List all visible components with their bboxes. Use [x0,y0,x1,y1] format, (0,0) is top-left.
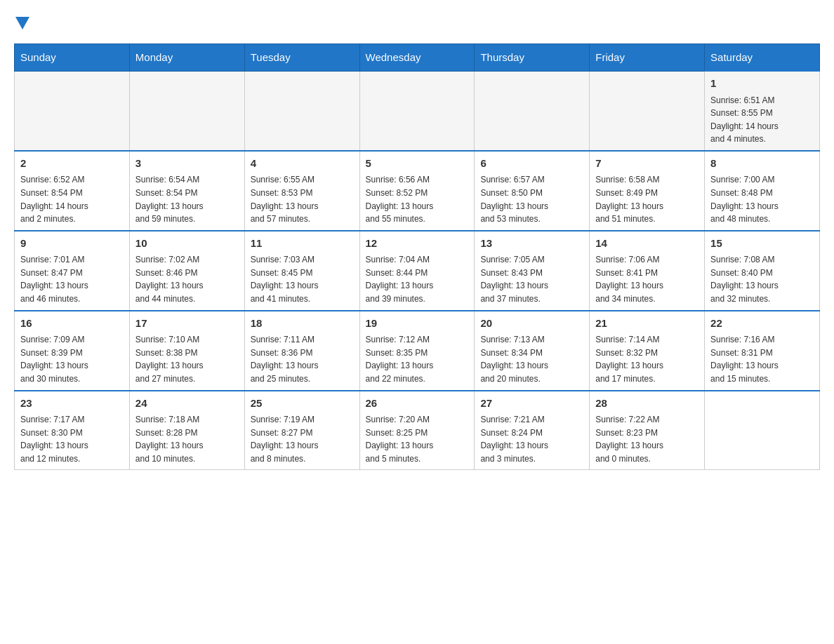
calendar-cell: 25Sunrise: 7:19 AM Sunset: 8:27 PM Dayli… [244,391,359,470]
day-number: 7 [595,156,699,172]
weekday-header-monday: Monday [129,44,244,72]
day-number: 2 [20,156,124,172]
day-info: Sunrise: 7:10 AM Sunset: 8:38 PM Dayligh… [135,333,239,385]
calendar-cell: 18Sunrise: 7:11 AM Sunset: 8:36 PM Dayli… [244,311,359,391]
day-info: Sunrise: 7:21 AM Sunset: 8:24 PM Dayligh… [480,413,583,465]
day-number: 8 [710,156,814,172]
day-info: Sunrise: 7:03 AM Sunset: 8:45 PM Dayligh… [251,253,354,305]
day-info: Sunrise: 7:02 AM Sunset: 8:46 PM Dayligh… [135,253,239,305]
calendar-cell: 8Sunrise: 7:00 AM Sunset: 8:48 PM Daylig… [705,151,820,231]
day-number: 1 [710,76,814,92]
weekday-header-sunday: Sunday [15,44,130,72]
day-info: Sunrise: 7:20 AM Sunset: 8:25 PM Dayligh… [366,413,469,465]
calendar-cell: 3Sunrise: 6:54 AM Sunset: 8:54 PM Daylig… [129,151,244,231]
logo [14,14,29,29]
day-number: 5 [366,156,469,172]
calendar-cell: 4Sunrise: 6:55 AM Sunset: 8:53 PM Daylig… [244,151,359,231]
day-number: 9 [20,236,124,252]
day-info: Sunrise: 7:22 AM Sunset: 8:23 PM Dayligh… [595,413,699,465]
day-number: 16 [20,316,124,332]
calendar-cell: 9Sunrise: 7:01 AM Sunset: 8:47 PM Daylig… [15,231,130,311]
calendar-cell: 17Sunrise: 7:10 AM Sunset: 8:38 PM Dayli… [129,311,244,391]
calendar-cell [359,71,475,151]
calendar-cell: 2Sunrise: 6:52 AM Sunset: 8:54 PM Daylig… [15,151,130,231]
day-info: Sunrise: 6:55 AM Sunset: 8:53 PM Dayligh… [251,173,354,225]
day-number: 4 [251,156,354,172]
calendar-cell [15,71,130,151]
day-number: 6 [480,156,583,172]
day-number: 28 [595,396,699,412]
calendar-cell: 13Sunrise: 7:05 AM Sunset: 8:43 PM Dayli… [475,231,590,311]
calendar-cell: 11Sunrise: 7:03 AM Sunset: 8:45 PM Dayli… [244,231,359,311]
weekday-header-tuesday: Tuesday [244,44,359,72]
calendar-cell: 23Sunrise: 7:17 AM Sunset: 8:30 PM Dayli… [15,391,130,470]
calendar-cell: 19Sunrise: 7:12 AM Sunset: 8:35 PM Dayli… [359,311,475,391]
day-info: Sunrise: 7:11 AM Sunset: 8:36 PM Dayligh… [251,333,354,385]
calendar-cell [590,71,705,151]
day-number: 18 [251,316,354,332]
day-info: Sunrise: 7:06 AM Sunset: 8:41 PM Dayligh… [595,253,699,305]
day-info: Sunrise: 7:05 AM Sunset: 8:43 PM Dayligh… [480,253,583,305]
day-info: Sunrise: 6:57 AM Sunset: 8:50 PM Dayligh… [480,173,583,225]
calendar-cell: 7Sunrise: 6:58 AM Sunset: 8:49 PM Daylig… [590,151,705,231]
day-number: 3 [135,156,239,172]
day-number: 12 [366,236,469,252]
day-number: 11 [251,236,354,252]
calendar-week-3: 16Sunrise: 7:09 AM Sunset: 8:39 PM Dayli… [15,311,820,391]
calendar-cell [475,71,590,151]
calendar-cell: 6Sunrise: 6:57 AM Sunset: 8:50 PM Daylig… [475,151,590,231]
calendar-cell: 15Sunrise: 7:08 AM Sunset: 8:40 PM Dayli… [705,231,820,311]
weekday-header-saturday: Saturday [705,44,820,72]
weekday-header-wednesday: Wednesday [359,44,475,72]
calendar-week-1: 2Sunrise: 6:52 AM Sunset: 8:54 PM Daylig… [15,151,820,231]
day-info: Sunrise: 7:08 AM Sunset: 8:40 PM Dayligh… [710,253,814,305]
calendar-cell: 26Sunrise: 7:20 AM Sunset: 8:25 PM Dayli… [359,391,475,470]
calendar-cell: 10Sunrise: 7:02 AM Sunset: 8:46 PM Dayli… [129,231,244,311]
day-number: 19 [366,316,469,332]
day-number: 24 [135,396,239,412]
calendar-cell: 16Sunrise: 7:09 AM Sunset: 8:39 PM Dayli… [15,311,130,391]
calendar-cell: 24Sunrise: 7:18 AM Sunset: 8:28 PM Dayli… [129,391,244,470]
page-header [14,14,820,29]
calendar-cell: 1Sunrise: 6:51 AM Sunset: 8:55 PM Daylig… [705,71,820,151]
calendar-cell [244,71,359,151]
weekday-row: SundayMondayTuesdayWednesdayThursdayFrid… [15,44,820,72]
day-info: Sunrise: 6:58 AM Sunset: 8:49 PM Dayligh… [595,173,699,225]
calendar-body: 1Sunrise: 6:51 AM Sunset: 8:55 PM Daylig… [15,71,820,470]
logo-group [14,14,29,29]
day-number: 26 [366,396,469,412]
calendar-week-0: 1Sunrise: 6:51 AM Sunset: 8:55 PM Daylig… [15,71,820,151]
calendar-cell: 21Sunrise: 7:14 AM Sunset: 8:32 PM Dayli… [590,311,705,391]
logo-line1 [14,14,29,29]
day-number: 22 [710,316,814,332]
day-info: Sunrise: 6:51 AM Sunset: 8:55 PM Dayligh… [710,94,814,146]
logo-triangle-icon [15,17,29,29]
day-info: Sunrise: 7:17 AM Sunset: 8:30 PM Dayligh… [20,413,124,465]
day-number: 23 [20,396,124,412]
weekday-header-thursday: Thursday [475,44,590,72]
day-info: Sunrise: 7:04 AM Sunset: 8:44 PM Dayligh… [366,253,469,305]
day-info: Sunrise: 7:01 AM Sunset: 8:47 PM Dayligh… [20,253,124,305]
calendar-cell [129,71,244,151]
calendar-week-2: 9Sunrise: 7:01 AM Sunset: 8:47 PM Daylig… [15,231,820,311]
day-info: Sunrise: 6:56 AM Sunset: 8:52 PM Dayligh… [366,173,469,225]
day-number: 13 [480,236,583,252]
day-number: 25 [251,396,354,412]
calendar-cell: 27Sunrise: 7:21 AM Sunset: 8:24 PM Dayli… [475,391,590,470]
day-number: 17 [135,316,239,332]
day-info: Sunrise: 7:13 AM Sunset: 8:34 PM Dayligh… [480,333,583,385]
day-info: Sunrise: 7:16 AM Sunset: 8:31 PM Dayligh… [710,333,814,385]
day-number: 20 [480,316,583,332]
day-info: Sunrise: 7:18 AM Sunset: 8:28 PM Dayligh… [135,413,239,465]
calendar-cell: 14Sunrise: 7:06 AM Sunset: 8:41 PM Dayli… [590,231,705,311]
day-number: 10 [135,236,239,252]
day-number: 14 [595,236,699,252]
calendar-cell: 28Sunrise: 7:22 AM Sunset: 8:23 PM Dayli… [590,391,705,470]
day-number: 21 [595,316,699,332]
calendar-cell: 5Sunrise: 6:56 AM Sunset: 8:52 PM Daylig… [359,151,475,231]
calendar-cell: 22Sunrise: 7:16 AM Sunset: 8:31 PM Dayli… [705,311,820,391]
weekday-header-friday: Friday [590,44,705,72]
day-info: Sunrise: 6:54 AM Sunset: 8:54 PM Dayligh… [135,173,239,225]
day-info: Sunrise: 6:52 AM Sunset: 8:54 PM Dayligh… [20,173,124,225]
day-number: 27 [480,396,583,412]
